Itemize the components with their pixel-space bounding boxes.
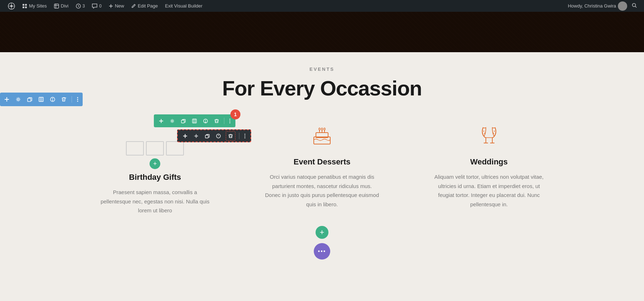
svg-point-28 (77, 97, 78, 98)
admin-bar: My Sites Divi 3 0 New Edit Page Exit Vis… (0, 0, 644, 12)
svg-point-30 (77, 101, 78, 102)
svg-point-45 (229, 122, 230, 123)
column-weddings: Weddings Aliquam velit tortor, ultrices … (405, 122, 572, 215)
divi-col-toolbar (177, 129, 251, 142)
svg-rect-19 (28, 98, 31, 102)
divi-row-delete-icon[interactable] (213, 117, 220, 125)
svg-rect-35 (192, 119, 196, 123)
svg-rect-7 (25, 6, 27, 8)
placeholder-box-2 (146, 141, 164, 156)
toolbar-separator (72, 96, 72, 103)
svg-point-55 (244, 135, 245, 137)
divi-col-delete-icon[interactable] (226, 131, 235, 141)
wordpress-logo[interactable] (4, 0, 19, 12)
hero-section (0, 12, 644, 52)
divi-col-settings-icon[interactable] (192, 132, 200, 140)
divi-col-separator (239, 133, 239, 139)
svg-point-14 (633, 3, 636, 6)
svg-point-54 (244, 134, 245, 135)
birthday-gifts-text: Praesent sapien massa, convallis a pelle… (98, 188, 212, 215)
svg-point-33 (171, 120, 173, 122)
svg-point-69 (494, 131, 495, 132)
user-greeting: Howdy, Christina Gwira (568, 1, 640, 11)
divi-col-enable-icon[interactable] (215, 132, 222, 140)
svg-point-18 (18, 99, 19, 100)
svg-point-43 (229, 119, 230, 120)
search-icon[interactable] (629, 3, 640, 9)
svg-rect-20 (39, 97, 43, 102)
user-avatar (618, 1, 627, 11)
weddings-title: Weddings (470, 157, 508, 167)
my-sites-menu[interactable]: My Sites (19, 0, 50, 12)
event-desserts-title: Event Desserts (294, 157, 351, 167)
column-event-desserts: Event Desserts Orci varius natoque penat… (239, 122, 406, 215)
champagne-icon (475, 122, 503, 150)
divi-row-settings-icon[interactable] (169, 117, 176, 125)
counter-badge: 1 (230, 109, 240, 119)
placeholder-box-1 (126, 141, 144, 156)
main-content: EVENTS For Every Occassion (0, 52, 644, 288)
divi-toolbar-separator (224, 118, 224, 124)
columns-row: 1 (72, 122, 572, 215)
weddings-text: Aliquam velit tortor, ultrices non volut… (432, 172, 546, 209)
cake-icon (308, 122, 336, 150)
svg-point-68 (493, 133, 493, 134)
exit-builder-menu[interactable]: Exit Visual Builder (161, 0, 206, 12)
svg-rect-8 (54, 4, 59, 8)
add-row-button[interactable]: + (316, 226, 328, 239)
svg-rect-4 (23, 4, 24, 6)
svg-point-29 (77, 99, 78, 100)
comments-menu[interactable]: 0 (88, 0, 105, 12)
row-duplicate-icon[interactable] (26, 95, 34, 103)
edit-page-menu[interactable]: Edit Page (128, 0, 161, 12)
row-more-icon[interactable] (75, 95, 80, 103)
svg-point-67 (483, 131, 484, 132)
col-placeholder (126, 141, 184, 156)
row-settings-icon[interactable] (14, 95, 22, 103)
section-label: EVENTS (0, 66, 644, 72)
svg-point-56 (244, 137, 245, 138)
divi-row-add-icon[interactable] (157, 117, 165, 125)
new-menu[interactable]: New (105, 0, 128, 12)
divi-row-duplicate-icon[interactable] (180, 117, 187, 125)
svg-point-66 (484, 133, 485, 134)
divi-row-enable-icon[interactable] (202, 117, 209, 125)
divi-col-add-icon[interactable] (181, 132, 189, 140)
settings-dots: ••• (318, 248, 326, 255)
event-desserts-text: Orci varius natoque penatibus et magnis … (265, 172, 379, 209)
svg-point-25 (52, 100, 53, 101)
divi-col-more-icon[interactable] (243, 132, 247, 140)
row-toolbar (0, 93, 83, 106)
divi-menu[interactable]: Divi (50, 0, 72, 12)
divi-col-duplicate-icon[interactable] (204, 132, 211, 140)
svg-rect-6 (23, 6, 24, 8)
row-enable-icon[interactable] (49, 95, 57, 103)
row-columns-icon[interactable] (37, 95, 45, 103)
add-module-button[interactable]: + (150, 158, 160, 169)
svg-point-48 (195, 135, 197, 137)
svg-line-15 (635, 6, 637, 8)
updates-menu[interactable]: 3 (72, 0, 89, 12)
divi-row-toolbar: 1 (154, 114, 235, 127)
row-add-icon[interactable] (3, 95, 11, 103)
svg-rect-34 (181, 120, 184, 123)
row-delete-icon[interactable] (60, 95, 68, 103)
svg-point-44 (229, 120, 230, 122)
divi-row-more-icon[interactable] (228, 117, 232, 125)
section-title: For Every Occassion (0, 76, 644, 100)
settings-button[interactable]: ••• (314, 243, 330, 260)
placeholder-box-3 (166, 141, 184, 156)
divi-row-columns-icon[interactable] (191, 117, 198, 125)
birthday-gifts-title: Birthday Gifts (129, 173, 181, 182)
svg-rect-49 (205, 135, 208, 138)
svg-point-40 (205, 122, 206, 122)
svg-rect-5 (25, 4, 27, 6)
